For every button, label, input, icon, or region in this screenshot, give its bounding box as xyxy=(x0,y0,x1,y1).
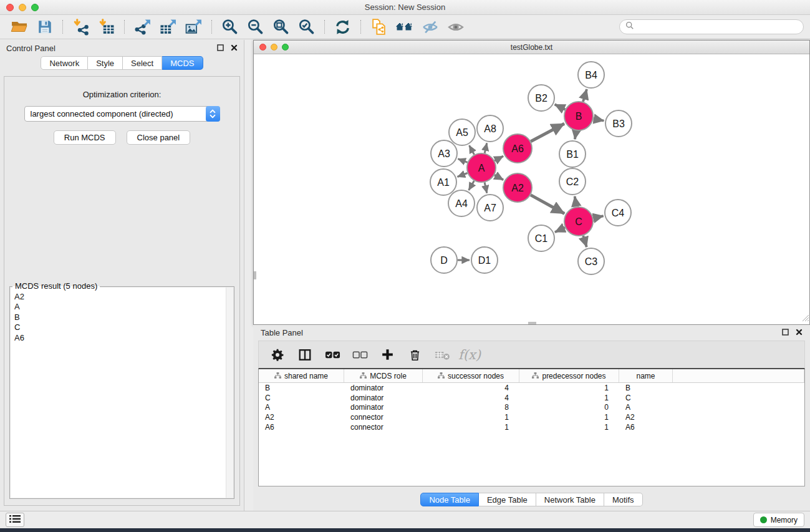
deselect-all-icon[interactable] xyxy=(346,350,374,360)
graph-node-A3[interactable]: A3 xyxy=(431,140,457,167)
close-window-icon[interactable] xyxy=(6,4,14,11)
graph-node-A4[interactable]: A4 xyxy=(448,190,475,216)
cell-name[interactable]: A6 xyxy=(619,422,673,432)
cell-successor-nodes[interactable]: 4 xyxy=(423,383,519,393)
export-table-icon[interactable] xyxy=(158,17,178,36)
search-box[interactable] xyxy=(619,19,804,34)
settings-gear-icon[interactable] xyxy=(264,348,291,362)
cell-predecessor-nodes[interactable]: 1 xyxy=(519,383,619,393)
hide-selected-icon[interactable] xyxy=(420,17,440,36)
close-panel-button[interactable]: Close panel xyxy=(127,130,191,145)
graph-node-B3[interactable]: B3 xyxy=(605,110,632,137)
import-network-icon[interactable] xyxy=(71,17,90,36)
cell-shared-name[interactable]: A2 xyxy=(259,412,344,422)
zoom-out-icon[interactable] xyxy=(246,17,265,36)
result-scrollbar[interactable] xyxy=(226,288,233,498)
cell-predecessor-nodes[interactable]: 0 xyxy=(519,403,619,413)
graph-node-D1[interactable]: D1 xyxy=(471,247,498,273)
graph-node-A8[interactable]: A8 xyxy=(477,115,503,142)
cell-shared-name[interactable]: C xyxy=(259,393,344,403)
float-table-panel-icon[interactable] xyxy=(782,328,789,337)
cell-name[interactable]: C xyxy=(619,393,673,403)
add-row-icon[interactable] xyxy=(374,348,401,361)
export-image-icon[interactable] xyxy=(184,17,203,36)
float-panel-icon[interactable] xyxy=(217,44,224,53)
cell-successor-nodes[interactable]: 8 xyxy=(423,403,519,413)
result-item[interactable]: B xyxy=(14,312,229,322)
column-header-shared-name[interactable]: shared name xyxy=(259,369,344,382)
open-session-icon[interactable] xyxy=(9,17,29,36)
result-item[interactable]: A2 xyxy=(14,292,229,302)
cell-mcds-role[interactable]: connector xyxy=(344,412,423,422)
cell-predecessor-nodes[interactable]: 1 xyxy=(519,422,619,432)
cell-successor-nodes[interactable]: 1 xyxy=(423,422,519,432)
cell-name[interactable]: B xyxy=(619,383,673,393)
graph-node-A7[interactable]: A7 xyxy=(477,195,503,221)
network-canvas[interactable]: B4B2BB3A5A8A6B1A3AC2A1A2A4A7C4CC1DD1C3 xyxy=(254,54,809,324)
cell-shared-name[interactable]: B xyxy=(259,383,344,393)
mcds-result-list[interactable]: A2ABCA6 xyxy=(11,288,233,498)
table-row[interactable]: Adominator80A xyxy=(259,403,804,413)
graph-node-A1[interactable]: A1 xyxy=(430,169,456,195)
graph-node-C[interactable]: C xyxy=(564,207,593,236)
first-neighbors-icon[interactable] xyxy=(395,17,414,36)
search-input[interactable] xyxy=(637,22,798,32)
tab-select[interactable]: Select xyxy=(123,56,162,70)
run-mcds-button[interactable]: Run MCDS xyxy=(54,130,116,145)
column-header-predecessor-nodes[interactable]: predecessor nodes xyxy=(519,369,619,382)
memory-button[interactable]: Memory xyxy=(753,513,804,527)
graph-node-B1[interactable]: B1 xyxy=(559,141,586,167)
cell-shared-name[interactable]: A6 xyxy=(259,422,344,432)
close-panel-icon[interactable] xyxy=(231,44,238,53)
network-window-titlebar[interactable]: testGlobe.txt xyxy=(254,41,809,54)
cell-mcds-role[interactable]: connector xyxy=(344,422,423,432)
table-row[interactable]: A2connector11A2 xyxy=(259,412,804,422)
table-row[interactable]: A6connector11A6 xyxy=(259,422,804,432)
cell-shared-name[interactable]: A xyxy=(259,403,344,413)
save-session-icon[interactable] xyxy=(35,17,54,36)
zoom-in-icon[interactable] xyxy=(220,17,239,36)
table-row[interactable]: Cdominator41C xyxy=(259,393,804,403)
cell-mcds-role[interactable]: dominator xyxy=(344,403,423,413)
result-item[interactable]: A6 xyxy=(14,333,229,343)
graph-node-B2[interactable]: B2 xyxy=(528,85,554,111)
import-table-icon[interactable] xyxy=(97,17,116,36)
criterion-select[interactable]: largest connected component (directed) xyxy=(24,106,220,122)
task-history-button[interactable] xyxy=(6,513,24,527)
graph-node-B[interactable]: B xyxy=(564,102,593,130)
select-all-icon[interactable] xyxy=(319,350,346,360)
cell-successor-nodes[interactable]: 1 xyxy=(423,412,519,422)
apply-layout-icon[interactable] xyxy=(333,17,352,36)
resize-grip[interactable] xyxy=(801,312,809,324)
result-item[interactable]: A xyxy=(14,302,229,312)
graph-node-C3[interactable]: C3 xyxy=(578,248,604,274)
graph-node-A2[interactable]: A2 xyxy=(503,173,532,202)
cell-predecessor-nodes[interactable]: 1 xyxy=(519,412,619,422)
maximize-window-icon[interactable] xyxy=(31,4,39,11)
cell-successor-nodes[interactable]: 4 xyxy=(423,393,519,403)
graph-node-D[interactable]: D xyxy=(431,247,457,273)
tab-style[interactable]: Style xyxy=(88,56,123,70)
delete-row-icon[interactable] xyxy=(401,348,428,362)
graph-node-A6[interactable]: A6 xyxy=(503,134,532,163)
horizontal-scroll-nub[interactable] xyxy=(528,322,536,324)
column-header-name[interactable]: name xyxy=(619,369,673,382)
show-all-icon[interactable] xyxy=(446,17,465,36)
cell-name[interactable]: A2 xyxy=(619,412,673,422)
minimize-window-icon[interactable] xyxy=(19,4,26,11)
network-maximize-icon[interactable] xyxy=(282,44,289,51)
table-tab-edge-table[interactable]: Edge Table xyxy=(479,493,536,506)
network-graph[interactable]: B4B2BB3A5A8A6B1A3AC2A1A2A4A7C4CC1DD1C3 xyxy=(254,54,809,324)
cell-mcds-role[interactable]: dominator xyxy=(344,393,423,403)
zoom-selected-icon[interactable] xyxy=(297,17,316,36)
cell-mcds-role[interactable]: dominator xyxy=(344,383,423,393)
cell-predecessor-nodes[interactable]: 1 xyxy=(519,393,619,403)
graph-node-C1[interactable]: C1 xyxy=(528,225,554,251)
table-tab-network-table[interactable]: Network Table xyxy=(536,493,604,506)
zoom-fit-icon[interactable] xyxy=(271,17,291,36)
graph-node-A[interactable]: A xyxy=(467,153,496,182)
column-header-mcds-role[interactable]: MCDS role xyxy=(344,369,423,382)
tab-network[interactable]: Network xyxy=(41,56,88,70)
tab-mcds[interactable]: MCDS xyxy=(162,56,203,70)
vertical-scroll-nub[interactable] xyxy=(254,271,256,279)
